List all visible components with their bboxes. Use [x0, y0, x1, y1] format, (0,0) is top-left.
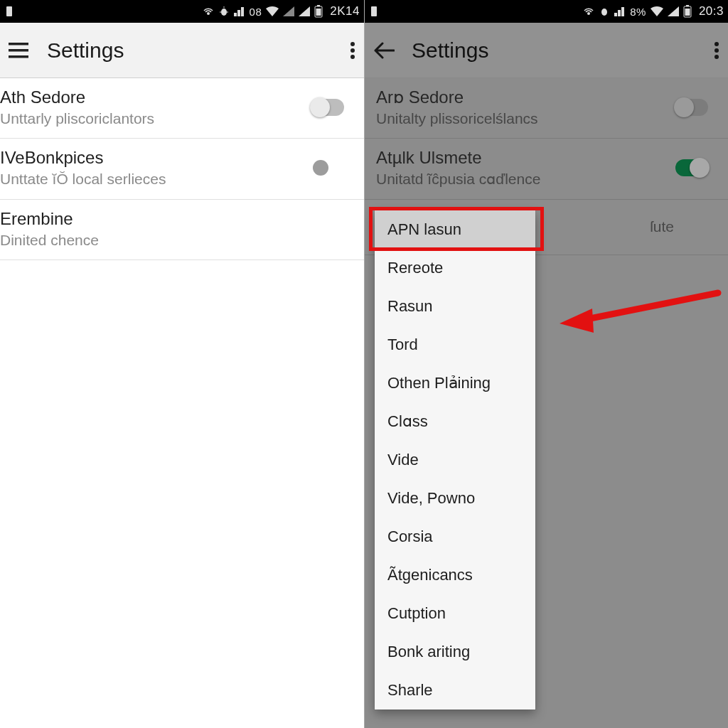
bug-icon [218, 6, 230, 17]
clock: 20:3 [699, 4, 724, 18]
popup-item[interactable]: Vide [375, 441, 535, 479]
page-title: Settings [412, 38, 685, 63]
hamburger-icon[interactable] [9, 33, 43, 68]
popup-item[interactable]: Rereote [375, 249, 535, 287]
svg-rect-7 [317, 5, 320, 6]
svg-point-17 [601, 9, 607, 16]
settings-row[interactable]: Arɒ Sedore Unitalty plissoricelślancs [365, 78, 728, 139]
svg-rect-20 [685, 9, 690, 16]
svg-point-12 [350, 42, 355, 46]
overflow-menu-button[interactable] [321, 33, 355, 68]
svg-point-14 [350, 55, 355, 59]
popup-item[interactable]: Cutption [375, 594, 535, 633]
wifi-icon [266, 6, 279, 16]
row-subtitle: Unitalty plissoricelślancs [376, 109, 667, 128]
hotspot-icon [583, 6, 594, 17]
signal-pct: 08 [250, 6, 262, 18]
svg-point-13 [350, 48, 355, 53]
svg-point-1 [207, 12, 210, 15]
row-title: Atµlk Ulsmete [376, 147, 667, 168]
row-title: Arɒ Sedore [376, 87, 667, 108]
cell-signal-2-icon [668, 6, 679, 16]
popup-item[interactable]: APN lasun [375, 210, 535, 249]
radio-indicator[interactable] [313, 160, 328, 176]
popup-menu: APN lasun Rereote Rasun Tord Othen Plảin… [375, 210, 535, 710]
bug-icon [599, 6, 610, 17]
row-title: Erembine [0, 208, 303, 230]
battery-icon [314, 5, 323, 18]
battery-icon [683, 5, 692, 18]
cell-signal-3-icon [299, 6, 310, 16]
svg-rect-19 [686, 5, 689, 6]
app-bar: Settings [0, 23, 364, 78]
svg-point-21 [714, 42, 719, 46]
phone-right: 8% 20:3 Settings [364, 0, 728, 728]
svg-rect-15 [371, 6, 377, 16]
phone-left: 08 2K14 Settings [0, 0, 364, 728]
hotspot-icon [203, 6, 214, 17]
app-bar: Settings [365, 23, 728, 78]
settings-row[interactable]: Erembine Dinited chence [0, 200, 364, 260]
notification-icon [369, 6, 379, 17]
page-title: Settings [47, 38, 321, 63]
row-subtitle: Unttate ĭŎ local serlieces [0, 170, 303, 188]
popup-item[interactable]: Vide, Powno [375, 479, 535, 518]
popup-item[interactable]: Bonk ariting [375, 633, 535, 671]
cell-signal-2-icon [283, 6, 294, 16]
cell-signal-icon [614, 6, 626, 16]
svg-rect-8 [316, 9, 321, 16]
back-icon[interactable] [373, 33, 407, 68]
svg-point-2 [221, 9, 227, 16]
overflow-menu-button[interactable] [685, 33, 719, 68]
svg-point-16 [587, 12, 590, 15]
row-subtitle: Unitatd ĩĉpusia cɑďlence [376, 170, 667, 188]
cell-signal-icon [234, 6, 245, 16]
popup-item[interactable]: Sharle [375, 671, 535, 710]
toggle-switch[interactable] [311, 99, 344, 116]
svg-rect-10 [9, 49, 28, 52]
popup-item[interactable]: Othen Plảining [375, 364, 535, 402]
svg-point-22 [714, 48, 719, 53]
toggle-switch[interactable] [675, 99, 708, 116]
signal-pct: 8% [630, 6, 646, 18]
status-bar: 08 2K14 [0, 0, 364, 23]
wifi-icon [651, 6, 663, 16]
popup-item[interactable]: Clɑss [375, 402, 535, 441]
popup-item[interactable]: Corsia [375, 518, 535, 556]
svg-rect-0 [6, 6, 12, 16]
row-subtitle: Dinited chence [0, 231, 303, 250]
row-title: IVeBonkpices [0, 147, 303, 168]
settings-row[interactable]: IVeBonkpices Unttate ĭŎ local serlieces [0, 139, 364, 199]
clock: 2K14 [330, 4, 360, 18]
svg-rect-11 [9, 55, 28, 58]
popup-item[interactable]: Rasun [375, 287, 535, 326]
toggle-switch[interactable] [675, 159, 708, 176]
row-title: Ath Sedore [0, 87, 303, 108]
popup-item[interactable]: Tord [375, 326, 535, 364]
notification-icon [4, 6, 14, 17]
settings-row[interactable]: Ath Sedore Unttarly pliscoriclantors [0, 78, 364, 139]
svg-rect-9 [9, 43, 28, 46]
status-bar: 8% 20:3 [365, 0, 728, 23]
popup-item[interactable]: Ãtgenicancs [375, 556, 535, 594]
svg-point-23 [714, 55, 719, 59]
settings-row[interactable]: Atµlk Ulsmete Unitatd ĩĉpusia cɑďlence [365, 139, 728, 199]
row-subtitle: Unttarly pliscoriclantors [0, 109, 303, 128]
settings-list: Ath Sedore Unttarly pliscoriclantors IVe… [0, 78, 364, 728]
